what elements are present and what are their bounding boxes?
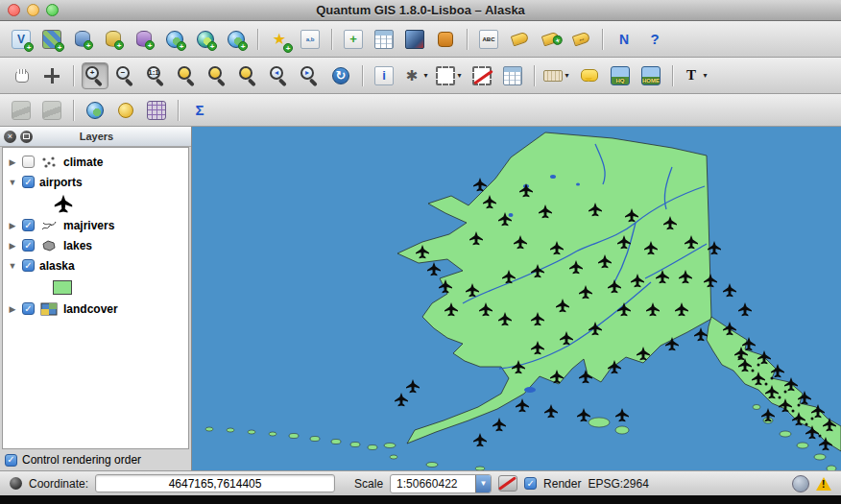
expand-arrow-icon[interactable]: ▶: [8, 221, 17, 230]
zoom-to-selection-button[interactable]: [204, 62, 231, 89]
text-annotation-dropdown[interactable]: ▾: [701, 71, 709, 80]
whats-this-help-button[interactable]: ?: [641, 26, 668, 53]
add-wcs-layer-button[interactable]: +: [192, 26, 219, 53]
add-vector-layer-button[interactable]: V+: [8, 26, 35, 53]
zoom-window-button[interactable]: [46, 4, 59, 16]
render-checkbox[interactable]: ✓: [524, 477, 537, 490]
statistical-summary-button[interactable]: Σ: [186, 97, 213, 124]
new-bookmark-button[interactable]: HQ: [607, 62, 634, 89]
add-spatialite-layer-icon: +: [106, 31, 121, 47]
open-attribute-table-button[interactable]: [499, 62, 526, 89]
close-window-button[interactable]: [8, 4, 20, 16]
panel-close-button[interactable]: ×: [4, 131, 16, 143]
measure-button[interactable]: ▾: [542, 62, 572, 89]
add-raster-layer-button[interactable]: +: [38, 26, 65, 53]
zoom-native-button[interactable]: 1:1: [143, 62, 170, 89]
panel-float-button[interactable]: [20, 131, 33, 143]
layer-visibility-checkbox[interactable]: [22, 156, 35, 168]
python-console-button[interactable]: [432, 26, 459, 53]
show-bookmarks-button[interactable]: HOME: [637, 62, 664, 89]
local-histogram-stretch-icon: [12, 101, 31, 120]
layer-item-airports[interactable]: ▼✓airports: [3, 172, 188, 192]
layer-label: climate: [63, 156, 103, 169]
layer-item-climate[interactable]: ▶climate: [3, 152, 188, 172]
warning-icon[interactable]: [816, 477, 831, 491]
new-print-composer-button[interactable]: +: [340, 26, 367, 53]
measure-dropdown[interactable]: ▾: [563, 71, 571, 80]
coordinate-capture-button[interactable]: [112, 97, 139, 124]
layer-item-lakes[interactable]: ▶✓lakes: [3, 235, 188, 255]
feature-action-dropdown[interactable]: ▾: [421, 71, 430, 80]
control-rendering-order[interactable]: ✓ Control rendering order: [0, 449, 191, 470]
show-bookmarks-icon: HOME: [641, 66, 661, 85]
zoom-out-button[interactable]: −: [112, 62, 139, 89]
collapse-arrow-icon[interactable]: ▼: [8, 261, 17, 271]
map-tips-icon: [581, 69, 598, 82]
select-features-button[interactable]: ▾: [435, 62, 465, 89]
coordinate-input[interactable]: [95, 474, 335, 492]
expand-arrow-icon[interactable]: ▶: [8, 157, 17, 167]
add-raster-layer-icon: +: [42, 30, 61, 49]
select-features-dropdown[interactable]: ▾: [455, 71, 464, 80]
composer-manager-button[interactable]: [371, 26, 397, 53]
zoom-to-layer-button[interactable]: [235, 62, 262, 89]
feature-action-button[interactable]: ✱▾: [401, 62, 431, 89]
label-tag-add-button[interactable]: +: [537, 26, 564, 53]
map-svg: [192, 127, 841, 470]
map-canvas[interactable]: [192, 127, 841, 470]
zoom-full-icon: [178, 66, 197, 85]
toolbar-row-1: V++++++++★+a,b+ABC+↔N?: [0, 21, 841, 58]
deselect-features-button[interactable]: [469, 62, 495, 89]
add-postgis-layer-button[interactable]: +: [69, 26, 96, 53]
globe-plugin-button[interactable]: [82, 97, 108, 124]
scale-value: 1:50660422: [391, 477, 475, 491]
new-shapefile-layer-button[interactable]: ★+: [266, 26, 293, 53]
crs-status-button[interactable]: [792, 475, 809, 492]
toolbar-separator: [467, 29, 468, 50]
layer-visibility-checkbox[interactable]: ✓: [22, 176, 35, 188]
layer-visibility-checkbox[interactable]: ✓: [22, 302, 35, 315]
scale-combo[interactable]: 1:50660422 ▼: [390, 474, 492, 493]
label-tag-move-button[interactable]: ↔: [567, 26, 594, 53]
add-mssql-layer-button[interactable]: +: [131, 26, 157, 53]
minimize-window-button[interactable]: [27, 4, 39, 16]
stop-rendering-icon[interactable]: [498, 475, 517, 492]
add-wfs-layer-button[interactable]: +: [223, 26, 250, 53]
label-tag-button[interactable]: [506, 26, 533, 53]
add-spatialite-layer-button[interactable]: +: [100, 26, 127, 53]
layer-visibility-checkbox[interactable]: ✓: [22, 219, 35, 231]
statistical-summary-icon: Σ: [190, 101, 209, 120]
expand-arrow-icon[interactable]: ▶: [8, 304, 17, 314]
add-wms-layer-button[interactable]: +: [161, 26, 188, 53]
zoom-in-button[interactable]: +: [82, 62, 108, 89]
layer-item-landcover[interactable]: ▶✓landcover: [3, 299, 188, 319]
dxf2shp-converter-button[interactable]: [143, 97, 170, 124]
identify-features-button[interactable]: i: [371, 62, 397, 89]
collapse-arrow-icon[interactable]: ▼: [8, 178, 17, 187]
add-delimited-text-layer-button[interactable]: a,b: [297, 26, 324, 53]
layer-visibility-checkbox[interactable]: ✓: [22, 239, 35, 252]
manage-plugins-button[interactable]: [401, 26, 428, 53]
zoom-last-button[interactable]: ◂: [266, 62, 293, 89]
map-tips-button[interactable]: [576, 62, 603, 89]
control-rendering-checkbox[interactable]: ✓: [5, 454, 17, 467]
scale-dropdown-button[interactable]: ▼: [475, 475, 491, 492]
new-shapefile-layer-icon: ★+: [270, 30, 289, 49]
north-arrow-decoration-icon: N: [614, 30, 634, 49]
layer-visibility-checkbox[interactable]: ✓: [22, 259, 35, 272]
expand-arrow-icon[interactable]: ▶: [8, 241, 17, 251]
text-annotation-button[interactable]: T▾: [681, 62, 710, 89]
pan-map-button[interactable]: [8, 62, 35, 89]
north-arrow-decoration-button[interactable]: N: [611, 26, 637, 53]
window-title: Quantum GIS 1.8.0-Lisboa – Alaska: [0, 3, 841, 17]
titlebar[interactable]: Quantum GIS 1.8.0-Lisboa – Alaska: [0, 0, 841, 21]
layer-item-alaska[interactable]: ▼✓alaska: [3, 255, 188, 276]
pan-to-selection-button[interactable]: [38, 62, 65, 89]
new-bookmark-icon: HQ: [611, 66, 630, 85]
zoom-next-button[interactable]: ▸: [297, 62, 324, 89]
labeling-button[interactable]: ABC: [475, 26, 502, 53]
measure-icon: [543, 70, 563, 82]
refresh-map-button[interactable]: ↻: [327, 62, 354, 89]
layer-item-majrivers[interactable]: ▶✓majrivers: [3, 215, 188, 235]
zoom-full-button[interactable]: [174, 62, 201, 89]
